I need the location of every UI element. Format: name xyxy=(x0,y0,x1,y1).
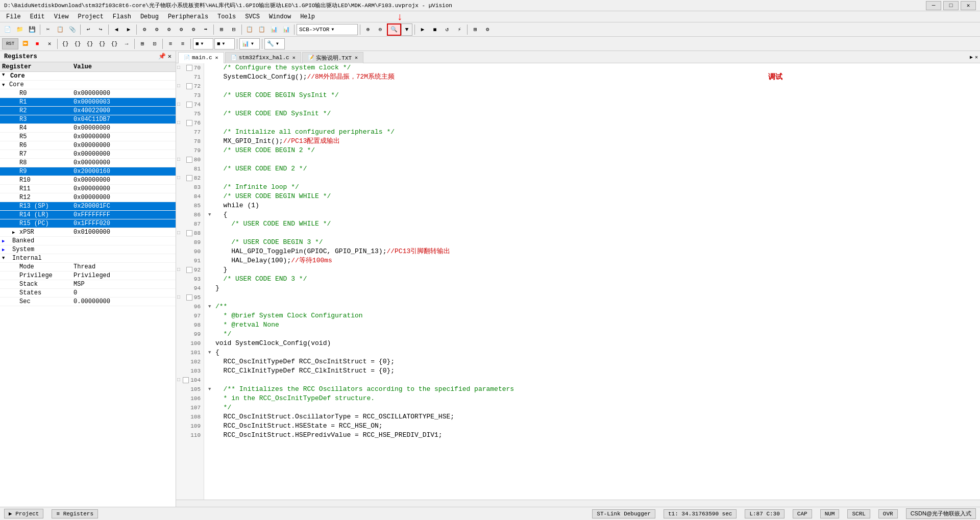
code-line-108[interactable]: RCC_OscInitStruct.OscillatorType = RCC_O… xyxy=(208,412,980,422)
run-btn[interactable]: ▶ xyxy=(417,24,428,35)
tab-scroll-right[interactable]: ▶ xyxy=(970,54,973,60)
icon3[interactable]: 📋 xyxy=(244,24,255,35)
code-line-102[interactable]: RCC_OscInitTypeDef RCC_OscInitStruct = {… xyxy=(208,357,980,366)
code-line-84[interactable]: /* USER CODE BEGIN WHILE */ xyxy=(208,192,980,201)
code-line-95[interactable] xyxy=(208,293,980,302)
code-line-94[interactable]: } xyxy=(208,284,980,293)
braces1[interactable]: {} xyxy=(60,38,71,49)
tab-close-0[interactable]: ✕ xyxy=(215,55,218,61)
compile1[interactable]: ⚙ xyxy=(139,24,150,35)
view1[interactable]: ⊞ xyxy=(137,38,148,49)
code-line-70[interactable]: /* Configure the system clock */ xyxy=(208,63,980,72)
code-line-107[interactable]: */ xyxy=(208,403,980,412)
register-row-r6[interactable]: R60x00000000 xyxy=(0,141,176,150)
code-line-76[interactable] xyxy=(208,118,980,128)
code-line-96[interactable]: ▼/** xyxy=(208,302,980,311)
code-line-74[interactable] xyxy=(208,100,980,109)
braces4[interactable]: {} xyxy=(96,38,108,49)
mem1[interactable]: ≡ xyxy=(165,38,176,49)
close-button[interactable]: ✕ xyxy=(961,1,976,10)
register-row-r1[interactable]: R10x00000003 xyxy=(0,98,176,107)
redo-button[interactable]: ↪ xyxy=(95,24,106,35)
braces5[interactable]: {} xyxy=(109,38,120,49)
register-group-internal[interactable]: ▼Internal xyxy=(0,254,176,263)
compile4[interactable]: ⚙ xyxy=(176,24,187,35)
dropdown3[interactable]: ■ ▼ xyxy=(214,38,235,49)
register-row-r14--lr-[interactable]: R14 (LR)0xFFFFFFFF xyxy=(0,211,176,219)
open-button[interactable]: 📁 xyxy=(14,24,26,35)
code-line-86[interactable]: ▼ { xyxy=(208,210,980,219)
dropdown4[interactable]: 📊 ▼ xyxy=(239,38,260,49)
code-line-90[interactable]: HAL_GPIO_TogglePin(GPIOC, GPIO_PIN_13);/… xyxy=(208,247,980,256)
braces3[interactable]: {} xyxy=(84,38,95,49)
code-line-81[interactable]: /* USER CODE END 2 */ xyxy=(208,164,980,174)
menu-item-svcs[interactable]: SVCS xyxy=(241,12,264,21)
code-line-78[interactable]: MX_GPIO_Init();//PC13配置成输出 xyxy=(208,137,980,146)
line-marker-70[interactable] xyxy=(186,65,192,71)
icon7[interactable]: ⊕ xyxy=(362,24,374,35)
menu-item-tools[interactable]: Tools xyxy=(213,12,240,21)
compile2[interactable]: ⚙ xyxy=(151,24,162,35)
line-marker-88[interactable] xyxy=(186,230,192,236)
braces2[interactable]: {} xyxy=(72,38,83,49)
debug2-btn[interactable]: ⏩ xyxy=(19,38,31,49)
compile5[interactable]: ⚙ xyxy=(188,24,199,35)
line-marker-92[interactable] xyxy=(186,267,192,273)
register-row-r0[interactable]: R00x00000000 xyxy=(0,89,176,98)
register-row-core[interactable]: ▼Core xyxy=(0,81,176,89)
register-row-r8[interactable]: R80x00000000 xyxy=(0,159,176,167)
menu-item-help[interactable]: Help xyxy=(296,12,319,21)
code-line-77[interactable]: /* Initialize all configured peripherals… xyxy=(208,128,980,137)
fold-icon-101[interactable]: ▼ xyxy=(208,348,215,357)
nav-back[interactable]: ◀ xyxy=(111,24,122,35)
registers-tab-btn[interactable]: ≡ Registers xyxy=(52,509,98,518)
debug-magnify[interactable]: 🔍 xyxy=(387,23,401,36)
code-line-85[interactable]: while (1) xyxy=(208,201,980,210)
stop2-btn[interactable]: ■ xyxy=(32,38,43,49)
code-line-79[interactable]: /* USER CODE BEGIN 2 */ xyxy=(208,146,980,155)
register-row-xpsr[interactable]: ▶xPSR0x01000000 xyxy=(0,228,176,237)
code-line-109[interactable]: RCC_OscInitStruct.HSEState = RCC_HSE_ON; xyxy=(208,422,980,431)
project-tab-btn[interactable]: ▶ Project xyxy=(4,509,43,518)
icon5[interactable]: 📊 xyxy=(268,24,280,35)
compile6[interactable]: ➡ xyxy=(200,24,211,35)
debug-dropdown-arrow[interactable]: ▼ xyxy=(401,23,412,36)
code-line-105[interactable]: ▼ /** Initializes the RCC Oscillators ac… xyxy=(208,385,980,394)
menu-item-project[interactable]: Project xyxy=(74,12,107,21)
register-row-r11[interactable]: R110x00000000 xyxy=(0,185,176,193)
tab-main-c[interactable]: 📄main.c✕ xyxy=(178,52,224,63)
code-line-98[interactable]: * @retval None xyxy=(208,320,980,330)
line-marker-80[interactable] xyxy=(186,157,192,163)
code-line-110[interactable]: RCC_OscInitStruct.HSEPredivValue = RCC_H… xyxy=(208,431,980,440)
reset-btn[interactable]: ↺ xyxy=(442,24,453,35)
icon6[interactable]: 📊 xyxy=(281,24,292,35)
fold-icon-105[interactable]: ▼ xyxy=(208,385,215,394)
compile3[interactable]: ⚙ xyxy=(163,24,175,35)
code-content[interactable]: /* Configure the system clock */ SystemC… xyxy=(204,63,980,500)
fold-icon-96[interactable]: ▼ xyxy=(208,302,215,311)
arrow-btn[interactable]: → xyxy=(121,38,132,49)
register-row-r3[interactable]: R30x04C11DB7 xyxy=(0,115,176,124)
close2-btn[interactable]: ✕ xyxy=(44,38,55,49)
fold-icon-86[interactable]: ▼ xyxy=(208,210,215,219)
rst-btn[interactable]: RST xyxy=(2,38,18,49)
register-row-r5[interactable]: R50x00000000 xyxy=(0,133,176,141)
icon2[interactable]: ⊟ xyxy=(228,24,239,35)
register-group-core[interactable]: ▼Core xyxy=(0,72,176,81)
code-line-83[interactable]: /* Infinite loop */ xyxy=(208,183,980,192)
code-line-91[interactable]: HAL_Delay(100);//等待100ms xyxy=(208,256,980,265)
code-line-99[interactable]: */ xyxy=(208,330,980,339)
icon1[interactable]: ⊞ xyxy=(216,24,227,35)
register-group-system[interactable]: ▶System xyxy=(0,245,176,254)
code-line-106[interactable]: * in the RCC_OscInitTypeDef structure. xyxy=(208,394,980,403)
menu-item-file[interactable]: File xyxy=(2,12,25,21)
register-row-r15--pc-[interactable]: R15 (PC)0x1FFFF020 xyxy=(0,219,176,228)
minimize-button[interactable]: ─ xyxy=(926,1,941,10)
code-line-100[interactable]: void SystemClock_Config(void) xyxy=(208,339,980,348)
undo-button[interactable]: ↩ xyxy=(83,24,94,35)
code-line-82[interactable] xyxy=(208,174,980,183)
code-line-103[interactable]: RCC_ClkInitTypeDef RCC_ClkInitStruct = {… xyxy=(208,366,980,376)
code-line-75[interactable]: /* USER CODE END SysInit */ xyxy=(208,109,980,118)
code-line-80[interactable] xyxy=(208,155,980,164)
register-row-r12[interactable]: R120x00000000 xyxy=(0,193,176,202)
